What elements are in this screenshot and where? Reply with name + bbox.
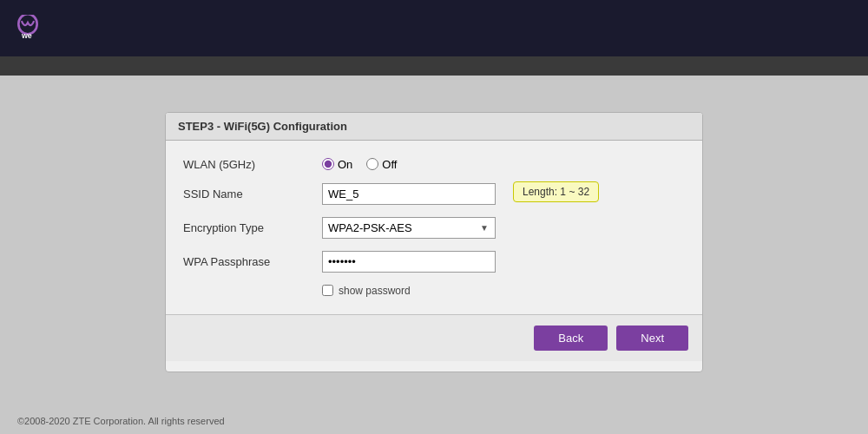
show-password-label: show password	[339, 285, 411, 297]
show-password-row: show password	[322, 285, 685, 297]
we-logo-icon: we	[14, 15, 42, 43]
wlan-label: WLAN (5GHz)	[183, 158, 322, 171]
wlan-row: WLAN (5GHz) On Off	[183, 158, 685, 171]
wlan-off-option[interactable]: Off	[366, 158, 397, 171]
page-footer: ©2008-2020 ZTE Corporation. All rights r…	[0, 408, 868, 434]
back-button[interactable]: Back	[534, 326, 608, 351]
ssid-tooltip: Length: 1 ~ 32	[513, 181, 599, 202]
ssid-input[interactable]	[322, 183, 496, 205]
wlan-on-radio[interactable]	[322, 158, 334, 170]
svg-text:we: we	[21, 30, 32, 39]
encryption-select[interactable]: WPA2-PSK-AES WPA-PSK-TKIP WPA/WPA2-PSK N…	[322, 217, 496, 239]
wlan-on-label: On	[338, 158, 352, 171]
panel-footer: Back Next	[166, 314, 702, 361]
panel-body: WLAN (5GHz) On Off SSID Name Length: 1 ~	[166, 141, 702, 297]
wlan-on-option[interactable]: On	[322, 158, 352, 171]
panel-title-text: STEP3 - WiFi(5G) Configuration	[178, 120, 347, 133]
show-password-checkbox[interactable]	[322, 285, 333, 296]
encryption-label: Encryption Type	[183, 221, 322, 234]
header: we	[0, 0, 868, 56]
ssid-label: SSID Name	[183, 187, 322, 201]
copyright-text: ©2008-2020 ZTE Corporation. All rights r…	[17, 416, 225, 426]
encryption-row: Encryption Type WPA2-PSK-AES WPA-PSK-TKI…	[183, 217, 685, 239]
progress-bar	[0, 56, 868, 76]
wlan-radio-group: On Off	[322, 158, 496, 171]
wlan-off-radio[interactable]	[366, 158, 378, 170]
config-panel: STEP3 - WiFi(5G) Configuration WLAN (5GH…	[165, 112, 703, 372]
wpa-label: WPA Passphrase	[183, 255, 322, 268]
wpa-input[interactable]	[322, 251, 496, 273]
main-content: STEP3 - WiFi(5G) Configuration WLAN (5GH…	[0, 76, 868, 408]
wpa-row: WPA Passphrase	[183, 251, 685, 273]
ssid-row: SSID Name Length: 1 ~ 32	[183, 183, 685, 205]
logo: we	[14, 15, 42, 43]
next-button[interactable]: Next	[616, 326, 688, 351]
wlan-off-label: Off	[382, 158, 397, 171]
encryption-select-wrapper: WPA2-PSK-AES WPA-PSK-TKIP WPA/WPA2-PSK N…	[322, 217, 496, 239]
panel-title: STEP3 - WiFi(5G) Configuration	[166, 113, 702, 141]
